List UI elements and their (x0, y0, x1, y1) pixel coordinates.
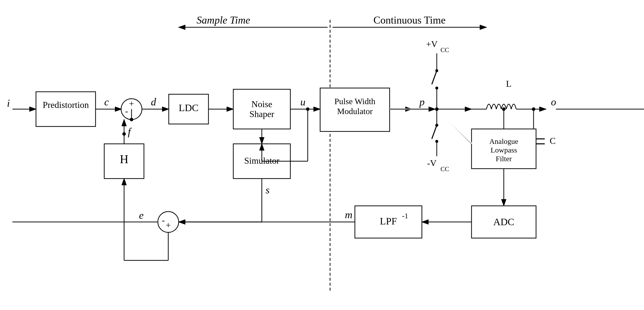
svg-rect-2 (0, 0, 644, 310)
continuous-time-label: Continuous Time (374, 14, 446, 26)
signal-d-label: d (151, 96, 156, 108)
svg-point-51 (532, 107, 535, 111)
lpf-inv-label: LPF (380, 216, 397, 227)
svg-point-43 (502, 107, 506, 111)
output-signal-label: o (551, 96, 556, 108)
sample-time-label: Sample Time (196, 14, 250, 26)
sum2-minus: - (162, 215, 165, 225)
svg-point-20 (435, 124, 438, 127)
diagram-container: Sample Time Continuous Time i Predistort… (0, 0, 644, 310)
vcc-neg-label: -V (427, 158, 436, 168)
vcc-pos-sub-label: CC (440, 46, 449, 53)
sum2-plus: + (166, 220, 171, 230)
alp-label-line1: Analogue (490, 137, 518, 145)
capacitor-label: C (550, 136, 556, 146)
vcc-pos-label: +V (426, 39, 438, 49)
pwm-label-line2: Modulator (337, 107, 373, 116)
signal-u-label: u (300, 96, 306, 108)
signal-m-label: m (345, 209, 352, 221)
svg-point-52 (130, 118, 133, 121)
predistortion-label: Predistortion (43, 100, 89, 110)
sum1-plus: + (129, 99, 134, 109)
lpf-exp-label: -1 (402, 212, 408, 220)
alp-label-line3: Filter (496, 155, 512, 163)
signal-e-label: e (139, 210, 144, 221)
ldc-label: LDC (179, 102, 198, 113)
input-signal-label: i (7, 97, 10, 109)
noise-shaper-label-line1: Noise (252, 99, 272, 109)
svg-point-41 (122, 132, 126, 136)
signal-p-label: p (419, 96, 424, 108)
svg-point-16 (435, 86, 438, 89)
svg-point-21 (435, 140, 438, 143)
noise-shaper-label-line2: Shaper (250, 109, 274, 119)
svg-point-54 (435, 107, 438, 111)
signal-s-label: s (266, 184, 270, 196)
h-label: H (120, 153, 128, 166)
signal-c-label: c (104, 96, 109, 108)
inductor-label: L (506, 79, 512, 89)
vcc-neg-sub-label: CC (440, 165, 449, 173)
svg-point-15 (435, 69, 438, 72)
sum1-minus: - (125, 106, 128, 116)
pwm-label-line1: Pulse Width (334, 97, 375, 106)
alp-label-line2: Lowpass (491, 146, 517, 154)
adc-label: ADC (493, 216, 514, 227)
